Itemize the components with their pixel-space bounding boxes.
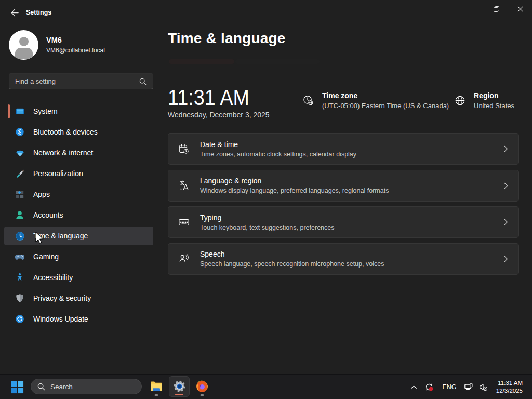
- card-title: Speech: [200, 250, 502, 258]
- card-subtitle: Touch keyboard, text suggestions, prefer…: [200, 224, 502, 231]
- region-summary: Region United States: [455, 91, 514, 110]
- sync-icon: [424, 382, 434, 392]
- card-subtitle: Time zones, automatic clock settings, ca…: [200, 151, 502, 158]
- chevron-up-icon: [410, 384, 417, 391]
- tray-date: 12/3/2025: [490, 387, 523, 395]
- sidebar-item-windows-update[interactable]: Windows Update: [4, 310, 153, 328]
- page-title: Time & language: [168, 30, 520, 47]
- restore-icon: [494, 6, 499, 12]
- tray-clock[interactable]: 11:31 AM 12/3/2025: [490, 379, 532, 395]
- apps-icon: [15, 189, 25, 200]
- sidebar-item-gaming[interactable]: Gaming: [4, 247, 153, 266]
- timezone-value: (UTC-05:00) Eastern Time (US & Canada): [322, 102, 449, 110]
- chevron-right-icon: [502, 182, 509, 189]
- tray-sync-status[interactable]: [421, 382, 437, 392]
- region-value: United States: [474, 102, 514, 110]
- timezone-summary: Time zone (UTC-05:00) Eastern Time (US &…: [303, 91, 449, 110]
- taskbar: Search: [0, 374, 532, 399]
- time-language-icon: [15, 231, 25, 241]
- windows-logo-icon: [10, 380, 24, 394]
- sidebar-item-bluetooth-devices[interactable]: Bluetooth & devices: [4, 123, 153, 141]
- avatar: [9, 30, 38, 60]
- sidebar-item-label: Accounts: [33, 211, 63, 219]
- back-button[interactable]: [6, 5, 23, 20]
- card-title: Date & time: [200, 140, 502, 149]
- running-indicator: [201, 394, 204, 396]
- tray-time: 11:31 AM: [490, 379, 523, 387]
- screen: Settings: [0, 0, 532, 399]
- sidebar-item-network-internet[interactable]: Network & internet: [4, 143, 153, 162]
- search-placeholder: Find a setting: [15, 77, 139, 85]
- sidebar-item-label: Gaming: [33, 252, 59, 261]
- sidebar-item-system[interactable]: System: [4, 102, 153, 121]
- taskbar-file-explorer[interactable]: [146, 376, 167, 397]
- close-button[interactable]: [508, 0, 532, 18]
- maximize-restore-button[interactable]: [484, 0, 508, 18]
- region-icon: [455, 95, 466, 106]
- sidebar-item-label: Privacy & security: [33, 294, 91, 302]
- chevron-right-icon: [502, 145, 509, 152]
- close-icon: [517, 6, 523, 12]
- main-content: Time & language 11:31 AM Wednesday, Dece…: [168, 25, 520, 374]
- settings-nav: System Bluetooth & devices: [4, 102, 153, 330]
- date-time-icon: [178, 143, 190, 155]
- find-setting-search[interactable]: Find a setting: [9, 73, 153, 89]
- taskbar-firefox[interactable]: [192, 376, 212, 397]
- ethernet-icon: [464, 382, 473, 392]
- card-speech[interactable]: Speech Speech language, speech recogniti…: [168, 243, 519, 275]
- accessibility-icon: [15, 272, 25, 283]
- privacy-icon: [15, 293, 25, 303]
- windows-update-icon: [15, 314, 25, 324]
- speaker-muted-icon: [478, 382, 488, 392]
- sidebar-item-accounts[interactable]: Accounts: [4, 206, 153, 224]
- card-date-time[interactable]: Date & time Time zones, automatic clock …: [168, 133, 519, 165]
- typing-icon: [178, 216, 190, 229]
- tray-language-indicator[interactable]: ENG: [437, 383, 461, 391]
- region-label: Region: [474, 91, 514, 100]
- gaming-icon: [15, 251, 25, 262]
- chevron-right-icon: [502, 219, 509, 225]
- sidebar-item-time-language[interactable]: Time & language: [4, 227, 153, 245]
- sidebar-item-apps[interactable]: Apps: [4, 185, 153, 204]
- sidebar-item-personalization[interactable]: Personalization: [4, 164, 153, 183]
- titlebar: Settings: [0, 0, 532, 25]
- settings-cards: Date & time Time zones, automatic clock …: [168, 133, 519, 280]
- user-name: VM6: [46, 36, 105, 44]
- app-title: Settings: [26, 9, 51, 16]
- start-button[interactable]: [8, 378, 26, 396]
- mouse-cursor: [34, 232, 45, 245]
- bluetooth-icon: [15, 127, 25, 137]
- tray-network[interactable]: [461, 382, 476, 392]
- sidebar-item-label: Bluetooth & devices: [33, 128, 98, 136]
- accounts-icon: [15, 210, 25, 220]
- minimize-button[interactable]: [460, 0, 484, 18]
- minimize-icon: [470, 6, 475, 12]
- file-explorer-icon: [149, 379, 164, 394]
- tray-volume[interactable]: [476, 382, 490, 392]
- timezone-label: Time zone: [322, 91, 449, 100]
- card-language-region[interactable]: Language & region Windows display langua…: [168, 170, 519, 202]
- card-title: Language & region: [200, 177, 502, 185]
- taskbar-search[interactable]: Search: [31, 379, 142, 394]
- system-tray: ENG 11:31 AM 12/3/2025: [406, 375, 532, 399]
- taskbar-search-placeholder: Search: [50, 383, 73, 391]
- user-account[interactable]: VM6 VM6@collabnet.local: [9, 30, 105, 60]
- taskbar-settings[interactable]: [169, 376, 190, 397]
- sidebar-item-accessibility[interactable]: Accessibility: [4, 268, 153, 287]
- search-icon: [37, 383, 45, 391]
- sidebar-item-label: Apps: [33, 190, 50, 198]
- sidebar-item-privacy-security[interactable]: Privacy & security: [4, 289, 153, 308]
- card-typing[interactable]: Typing Touch keyboard, text suggestions,…: [168, 206, 519, 238]
- speech-icon: [178, 252, 190, 265]
- language-region-icon: [178, 179, 190, 192]
- card-subtitle: Speech language, speech recognition micr…: [200, 260, 502, 268]
- settings-window: Settings: [0, 0, 532, 374]
- tray-show-hidden-icons[interactable]: [406, 384, 421, 391]
- active-indicator: [175, 394, 183, 395]
- search-icon: [139, 78, 147, 85]
- network-icon: [15, 148, 25, 158]
- running-indicator: [155, 394, 158, 396]
- card-title: Typing: [200, 214, 502, 222]
- sidebar-item-label: Personalization: [33, 169, 83, 178]
- firefox-icon: [195, 379, 209, 394]
